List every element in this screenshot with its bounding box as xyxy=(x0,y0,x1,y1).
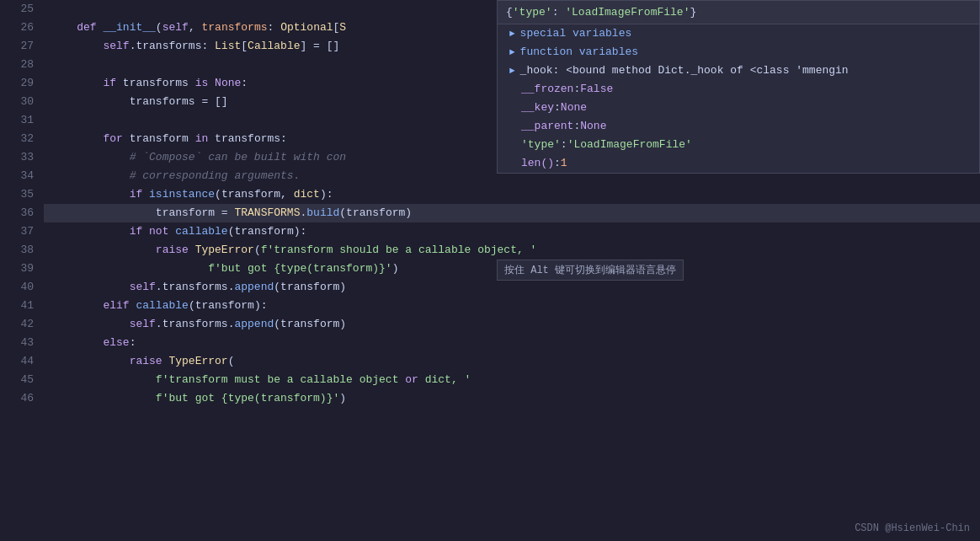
debug-popup: {'type': 'LoadImageFromFile'} ► special … xyxy=(497,0,980,174)
popup-hook[interactable]: ► _hook: <bound method Dict._hook of <cl… xyxy=(498,62,979,80)
popup-type-field: 'type': 'LoadImageFromFile' xyxy=(498,136,979,154)
popup-type-key: 'type' xyxy=(521,136,561,154)
line-numbers: 25 26 27 28 29 30 31 32 33 34 35 36 37 3… xyxy=(0,0,44,541)
popup-frozen: __frozen: False xyxy=(498,80,979,99)
tooltip-text: 按住 Alt 键可切换到编辑器语言悬停 xyxy=(504,265,676,276)
expand-arrow: ► xyxy=(509,24,515,43)
popup-frozen-value: False xyxy=(580,80,613,99)
code-line-42: self.transforms.append(transform) xyxy=(44,315,980,334)
code-line-45: f'transform must be a callable object or… xyxy=(44,371,980,389)
popup-label-special: special variables xyxy=(520,24,632,43)
code-line-37: if not callable(transform): xyxy=(44,222,980,241)
code-line-43: else: xyxy=(44,334,980,352)
editor-container: 25 26 27 28 29 30 31 32 33 34 35 36 37 3… xyxy=(0,0,980,541)
popup-parent-value: None xyxy=(580,117,606,136)
expand-arrow-fn: ► xyxy=(509,43,515,62)
popup-label-function: function variables xyxy=(520,43,638,62)
code-line-36: transform = TRANSFORMS.build(transform) xyxy=(44,204,980,222)
popup-len-value: 1 xyxy=(561,154,567,173)
code-line-35: if isinstance(transform, dict): xyxy=(44,185,980,204)
popup-len-key: len() xyxy=(521,154,554,173)
code-line-41: elif callable(transform): xyxy=(44,297,980,315)
popup-parent-key: __parent xyxy=(521,117,573,136)
popup-key-key: __key xyxy=(521,99,554,117)
popup-type-value: 'LoadImageFromFile' xyxy=(567,136,692,154)
popup-special-vars[interactable]: ► special variables xyxy=(498,24,979,43)
code-line-44: raise TypeError( xyxy=(44,352,980,371)
watermark: CSDN @HsienWei-Chin xyxy=(855,522,970,534)
code-line-46: f'but got {type(transform)}') xyxy=(44,389,980,408)
popup-frozen-key: __frozen xyxy=(521,80,573,99)
expand-arrow-hook: ► xyxy=(509,62,515,80)
watermark-text: CSDN @HsienWei-Chin xyxy=(855,522,970,534)
popup-function-vars[interactable]: ► function variables xyxy=(498,43,979,62)
popup-parent: __parent: None xyxy=(498,117,979,136)
popup-header: {'type': 'LoadImageFromFile'} xyxy=(498,1,979,24)
code-line-38: raise TypeError(f'transform should be a … xyxy=(44,241,980,260)
popup-key: __key: None xyxy=(498,99,979,117)
popup-hook-label: _hook: <bound method Dict._hook of <clas… xyxy=(520,62,849,80)
popup-len: len(): 1 xyxy=(498,154,979,173)
popup-key-value: None xyxy=(561,99,587,117)
tooltip-hint: 按住 Alt 键可切换到编辑器语言悬停 xyxy=(497,260,684,281)
code-line-40: self.transforms.append(transform) xyxy=(44,278,980,297)
